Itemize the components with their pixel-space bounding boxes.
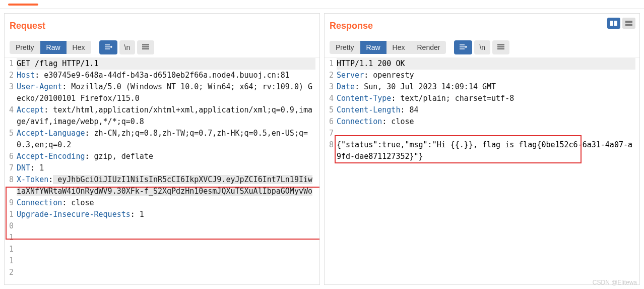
line-number: 9 <box>5 197 17 209</box>
line-content: Content-Length: 84 <box>337 104 639 116</box>
tab-raw-resp[interactable]: Raw <box>360 41 387 54</box>
request-toolbar: Pretty Raw Hex \n <box>5 37 319 58</box>
tab-pretty[interactable]: Pretty <box>10 41 40 54</box>
line-content: GET /flag HTTP/1.1 <box>17 58 319 70</box>
response-title: Response <box>330 21 373 31</box>
tab-hex-resp[interactable]: Hex <box>387 41 411 54</box>
line-number: 6 <box>325 116 337 128</box>
line-number: 8 <box>325 139 337 162</box>
format-icon <box>459 44 467 50</box>
tab-pretty-resp[interactable]: Pretty <box>330 41 360 54</box>
code-line[interactable]: 8X-Token: eyJhbGciOiJIUzI1NiIsInR5cCI6Ik… <box>5 174 319 197</box>
request-header: Request <box>5 14 319 37</box>
code-line[interactable]: 6Accept-Encoding: gzip, deflate <box>5 151 319 162</box>
line-number: 4 <box>5 104 17 128</box>
line-content: Connection: close <box>17 197 319 209</box>
lines-button[interactable] <box>137 40 154 54</box>
line-number: 5 <box>5 128 17 151</box>
code-line[interactable]: 7 <box>325 128 639 139</box>
line-content <box>17 255 319 278</box>
code-line[interactable]: 5Content-Length: 84 <box>325 104 639 116</box>
code-line[interactable]: 1GET /flag HTTP/1.1 <box>5 58 319 70</box>
code-line[interactable]: 4Content-Type: text/plain; charset=utf-8 <box>325 93 639 104</box>
code-line[interactable]: 3User-Agent: Mozilla/5.0 (Windows NT 10.… <box>5 81 319 104</box>
line-content: Host: e30745e9-648a-44df-b43a-d6510eb2f6… <box>17 70 319 81</box>
lines-button-resp[interactable] <box>492 40 509 54</box>
format-button[interactable] <box>99 40 117 54</box>
line-content <box>337 128 639 139</box>
response-toolbar: Pretty Raw Hex Render \n <box>325 37 639 58</box>
line-content <box>17 232 319 255</box>
line-number: 2 <box>5 70 17 81</box>
code-line[interactable]: 4Accept: text/html,application/xhtml+xml… <box>5 104 319 128</box>
code-line[interactable]: 5Accept-Language: zh-CN,zh;q=0.8,zh-TW;q… <box>5 128 319 151</box>
line-content: Server: openresty <box>337 70 639 81</box>
svg-rect-2 <box>625 21 632 23</box>
code-line[interactable]: 9Connection: close <box>5 197 319 209</box>
response-header: Response <box>325 14 639 37</box>
format-button-resp[interactable] <box>454 40 472 54</box>
tab-hex[interactable]: Hex <box>67 41 91 54</box>
lines-icon <box>142 44 149 50</box>
watermark: CSDN @Elitewa <box>593 279 637 286</box>
tab-render-resp[interactable]: Render <box>411 41 446 54</box>
response-panel: Response Pretty Raw Hex Render \n 1HTTP/… <box>324 13 640 285</box>
layout-buttons <box>607 18 635 29</box>
line-number: 1 <box>5 58 17 70</box>
line-content: Accept-Language: zh-CN,zh;q=0.8,zh-TW;q=… <box>17 128 319 151</box>
code-line[interactable]: 10Upgrade-Insecure-Requests: 1 <box>5 209 319 232</box>
line-content: Content-Type: text/plain; charset=utf-8 <box>337 93 639 104</box>
line-number: 11 <box>5 232 17 255</box>
newline-button[interactable]: \n <box>119 40 136 54</box>
line-number: 7 <box>5 162 17 174</box>
request-code-area[interactable]: 1GET /flag HTTP/1.12Host: e30745e9-648a-… <box>5 58 319 284</box>
lines-icon <box>497 44 504 50</box>
svg-rect-1 <box>614 21 617 26</box>
code-line[interactable]: 3Date: Sun, 30 Jul 2023 14:09:14 GMT <box>325 81 639 93</box>
line-number: 8 <box>5 174 17 197</box>
top-action-button[interactable] <box>8 4 38 6</box>
response-code-area[interactable]: 1HTTP/1.1 200 OK2Server: openresty3Date:… <box>325 58 639 284</box>
line-number: 1 <box>325 58 337 70</box>
request-panel: Request Pretty Raw Hex \n 1GET /flag HTT… <box>4 13 320 285</box>
line-content: User-Agent: Mozilla/5.0 (Windows NT 10.0… <box>17 81 319 104</box>
svg-rect-0 <box>610 21 613 26</box>
line-number: 7 <box>325 128 337 139</box>
code-line[interactable]: 8{"status":true,"msg":"Hi {{.}}, flag is… <box>325 139 639 162</box>
format-icon <box>104 44 112 50</box>
top-bar <box>0 0 644 9</box>
stack-icon <box>625 21 632 26</box>
line-content: Upgrade-Insecure-Requests: 1 <box>17 209 319 232</box>
request-tabs: Pretty Raw Hex <box>10 41 91 54</box>
code-line[interactable]: 2Server: openresty <box>325 70 639 81</box>
newline-button-resp[interactable]: \n <box>474 40 490 54</box>
line-content: {"status":true,"msg":"Hi {{.}}, flag is … <box>337 139 639 162</box>
line-content: Date: Sun, 30 Jul 2023 14:09:14 GMT <box>337 81 639 93</box>
line-number: 4 <box>325 93 337 104</box>
main-container: Request Pretty Raw Hex \n 1GET /flag HTT… <box>0 9 644 289</box>
code-line[interactable]: 11 <box>5 232 319 255</box>
code-line[interactable]: 7DNT: 1 <box>5 162 319 174</box>
split-layout-button[interactable] <box>607 18 620 29</box>
line-number: 3 <box>5 81 17 104</box>
stack-layout-button[interactable] <box>622 18 635 29</box>
code-line[interactable]: 2Host: e30745e9-648a-44df-b43a-d6510eb2f… <box>5 70 319 81</box>
line-number: 2 <box>325 70 337 81</box>
line-content: X-Token: eyJhbGciOiJIUzI1NiIsInR5cCI6Ikp… <box>17 174 319 197</box>
line-content: HTTP/1.1 200 OK <box>337 58 639 70</box>
line-number: 12 <box>5 255 17 278</box>
line-content: Accept-Encoding: gzip, deflate <box>17 151 319 162</box>
svg-rect-3 <box>625 24 632 26</box>
response-tabs: Pretty Raw Hex Render <box>330 41 446 54</box>
line-content: DNT: 1 <box>17 162 319 174</box>
line-number: 6 <box>5 151 17 162</box>
line-number: 3 <box>325 81 337 93</box>
line-number: 10 <box>5 209 17 232</box>
line-content: Accept: text/html,application/xhtml+xml,… <box>17 104 319 128</box>
code-line[interactable]: 1HTTP/1.1 200 OK <box>325 58 639 70</box>
tab-raw[interactable]: Raw <box>40 41 67 54</box>
line-content: Connection: close <box>337 116 639 128</box>
split-icon <box>610 21 617 26</box>
code-line[interactable]: 6Connection: close <box>325 116 639 128</box>
code-line[interactable]: 12 <box>5 255 319 278</box>
